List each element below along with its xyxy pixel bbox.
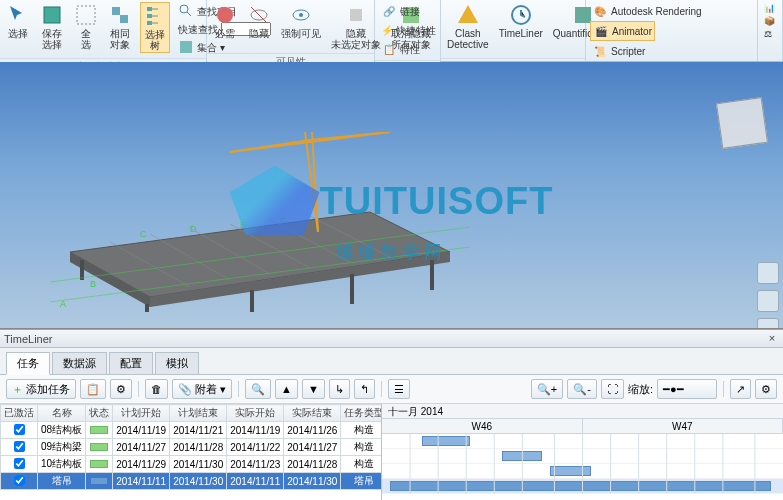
svg-rect-27	[145, 304, 149, 312]
columns-button[interactable]: ☰	[388, 379, 410, 399]
col-name[interactable]: 名称	[38, 405, 86, 422]
settings-button[interactable]: ⚙	[755, 379, 777, 399]
task-row[interactable]: 10结构板 2014/11/292014/11/30 2014/11/23201…	[1, 456, 383, 473]
find-button[interactable]: 🔍	[245, 379, 271, 399]
task-row[interactable]: 09结构梁 2014/11/272014/11/28 2014/11/22201…	[1, 439, 383, 456]
svg-text:B: B	[90, 279, 96, 289]
task-row[interactable]: 08结构板 2014/11/192014/11/21 2014/11/19201…	[1, 422, 383, 439]
pan-tool-icon[interactable]	[757, 262, 779, 284]
col-type[interactable]: 任务类型	[341, 405, 382, 422]
ribbon: 选择 保存 选择 全 选 相同 对象 选择 树 查找项目	[0, 0, 783, 62]
task-row[interactable]: 塔吊 2014/11/112014/11/30 2014/11/112014/1…	[1, 473, 383, 490]
quick-properties[interactable]: ⚡快捷特性	[379, 21, 436, 39]
status-icon	[90, 477, 108, 485]
svg-rect-26	[80, 260, 84, 280]
compare-tool[interactable]: ⚖	[762, 28, 777, 40]
col-actstart[interactable]: 实际开始	[227, 405, 284, 422]
col-planend[interactable]: 计划结束	[170, 405, 227, 422]
select-tool[interactable]: 选择	[4, 2, 32, 40]
tab-simulate[interactable]: 模拟	[155, 352, 199, 374]
svg-rect-0	[44, 7, 60, 23]
nav-bar	[757, 262, 779, 329]
3d-viewport[interactable]: ABC DEF TUITUISOFT 腿腿教学网	[0, 62, 783, 329]
autodesk-rendering[interactable]: 🎨Autodesk Rendering	[590, 2, 704, 20]
hide[interactable]: 隐藏	[245, 2, 273, 40]
indent-button[interactable]: ↳	[329, 379, 350, 399]
active-checkbox[interactable]	[14, 475, 25, 486]
timeliner-tabs: 任务 数据源 配置 模拟	[0, 348, 783, 375]
gantt-bar[interactable]	[550, 466, 590, 476]
required[interactable]: 必需	[211, 2, 239, 40]
timeliner-toolbar: ＋添加任务 📋 ⚙ 🗑 📎附着 ▾ 🔍 ▲ ▼ ↳ ↰ ☰ 🔍+ 🔍- ⛶ 缩放…	[0, 375, 783, 404]
outdent-button[interactable]: ↰	[354, 379, 375, 399]
orbit-tool-icon[interactable]	[757, 318, 779, 329]
col-planstart[interactable]: 计划开始	[113, 405, 170, 422]
col-status[interactable]: 状态	[86, 405, 113, 422]
svg-point-12	[299, 13, 303, 17]
gantt-week: W46	[382, 419, 583, 434]
active-checkbox[interactable]	[14, 424, 25, 435]
properties[interactable]: 📋特性	[379, 40, 436, 58]
timeliner-titlebar[interactable]: TimeLiner ×	[0, 330, 783, 348]
svg-line-34	[230, 140, 310, 152]
svg-rect-3	[120, 15, 128, 23]
gantt-week: W47	[583, 419, 784, 434]
svg-text:F: F	[280, 216, 286, 226]
links-toggle[interactable]: 🔗链接	[379, 2, 436, 20]
tab-configure[interactable]: 配置	[109, 352, 153, 374]
status-icon	[90, 443, 108, 451]
status-icon	[90, 426, 108, 434]
force-visible[interactable]: 强制可见	[279, 2, 323, 40]
animator-tool[interactable]: 🎬Animator	[590, 21, 655, 41]
svg-line-32	[312, 132, 318, 232]
zoomout-button[interactable]: 🔍-	[567, 379, 597, 399]
selection-tree[interactable]: 选择 树	[140, 2, 170, 53]
gantt-bar[interactable]	[390, 481, 771, 491]
scale-slider[interactable]: ━●━	[657, 379, 717, 399]
gantt-bar[interactable]	[422, 436, 470, 446]
ribbon-group-label	[441, 58, 585, 61]
viewcube[interactable]	[716, 97, 768, 149]
timeliner-panel: TimeLiner × 任务 数据源 配置 模拟 ＋添加任务 📋 ⚙ 🗑 📎附着…	[0, 329, 783, 500]
svg-rect-4	[147, 7, 152, 11]
svg-rect-8	[180, 41, 192, 53]
svg-point-7	[180, 5, 188, 13]
active-checkbox[interactable]	[14, 458, 25, 469]
svg-rect-2	[112, 7, 120, 15]
gantt-month: 十一月 2014	[382, 404, 783, 419]
add-task-button[interactable]: ＋添加任务	[6, 379, 76, 399]
save-selection[interactable]: 保存 选择	[38, 2, 66, 51]
close-icon[interactable]: ×	[765, 332, 779, 346]
scripter-tool[interactable]: 📜Scripter	[590, 42, 647, 60]
svg-rect-6	[147, 21, 152, 25]
zoomin-button[interactable]: 🔍+	[531, 379, 563, 399]
gantt-bar[interactable]	[502, 451, 542, 461]
auto-add-button[interactable]: ⚙	[110, 379, 132, 399]
tab-tasks[interactable]: 任务	[6, 352, 50, 375]
moveup-button[interactable]: ▲	[275, 379, 298, 399]
appearance-profiler[interactable]: 📊	[762, 2, 777, 14]
select-all[interactable]: 全 选	[72, 2, 100, 51]
svg-text:D: D	[190, 224, 197, 234]
col-actend[interactable]: 实际结束	[284, 405, 341, 422]
clash-detective[interactable]: Clash Detective	[445, 2, 491, 51]
task-grid[interactable]: 已激活 名称 状态 计划开始 计划结束 实际开始 实际结束 任务类型 08结构板…	[0, 404, 382, 500]
select-same[interactable]: 相同 对象	[106, 2, 134, 51]
attach-button[interactable]: 📎附着 ▾	[172, 379, 232, 399]
col-active[interactable]: 已激活	[1, 405, 38, 422]
zoom-tool-icon[interactable]	[757, 290, 779, 312]
svg-point-9	[217, 7, 233, 23]
batch-utility[interactable]: 📦	[762, 15, 777, 27]
movedown-button[interactable]: ▼	[302, 379, 325, 399]
delete-task-button[interactable]: 🗑	[145, 379, 168, 399]
svg-rect-13	[350, 9, 362, 21]
scale-label: 缩放:	[628, 382, 653, 397]
gantt-chart[interactable]: 十一月 2014 W46 W47	[382, 404, 783, 500]
export-button[interactable]: ↗	[730, 379, 751, 399]
active-checkbox[interactable]	[14, 441, 25, 452]
insert-task-button[interactable]: 📋	[80, 379, 106, 399]
tab-datasources[interactable]: 数据源	[52, 352, 107, 374]
svg-line-35	[310, 132, 390, 140]
timeliner-tool[interactable]: TimeLiner	[497, 2, 545, 40]
zoomfit-button[interactable]: ⛶	[601, 379, 624, 399]
